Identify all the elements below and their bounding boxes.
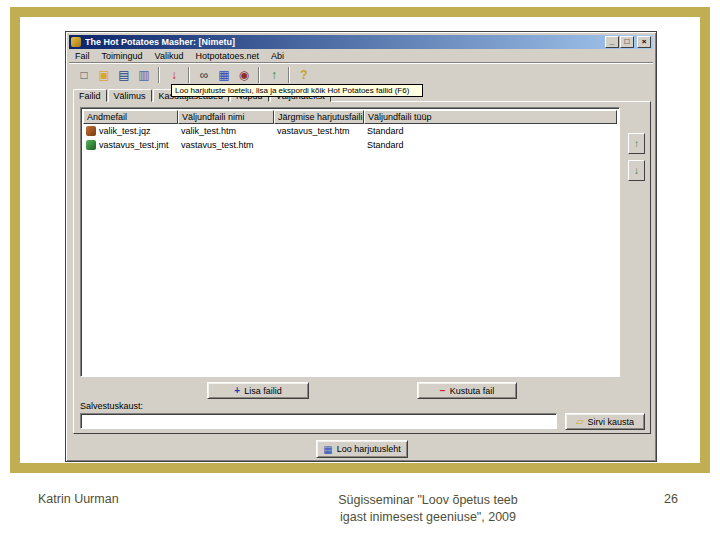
new-file-icon: □: [80, 69, 87, 81]
browse-folder-label: Sirvi kausta: [588, 417, 635, 427]
menu-item-hotpotatoes-net[interactable]: Hotpotatoes.net: [189, 51, 265, 61]
question-mark-icon: ?: [300, 69, 307, 81]
save-icon: ▤: [118, 69, 129, 81]
footer-event: Sügisseminar "Loov õpetus teeb igast ini…: [228, 492, 628, 526]
preview-button[interactable]: ∞: [194, 66, 214, 84]
toolbar-separator: [258, 67, 260, 83]
link-icon: ◉: [239, 69, 249, 81]
cell-data-file: valik_test.jqz: [83, 126, 178, 136]
minimize-button[interactable]: _: [605, 36, 619, 48]
delete-file-button[interactable]: − Kustuta fail: [417, 382, 517, 399]
output-folder-label: Salvestuskaust:: [80, 401, 143, 411]
column-header-valjundfaili-tuup: Väljundfaili tüüp: [364, 110, 617, 124]
add-files-label: Lisa failid: [244, 386, 282, 396]
folder-icon: ▱: [576, 416, 584, 427]
masher-button[interactable]: ▦: [214, 66, 234, 84]
save-as-button[interactable]: ▥: [134, 66, 154, 84]
menu-item-abi[interactable]: Abi: [265, 51, 290, 61]
move-down-button[interactable]: ↓: [628, 160, 645, 181]
add-files-button[interactable]: + Lisa failid: [207, 382, 309, 399]
grid-icon: ▦: [218, 69, 229, 81]
cell-output-type: Standard: [364, 140, 617, 150]
toolbar: □ ▣ ▤ ▥ ↓ ∞ ▦ ◉ ↑ ?: [69, 62, 653, 86]
tab-failid[interactable]: Failid: [73, 89, 107, 102]
maximize-button[interactable]: □: [620, 36, 634, 48]
plus-icon: +: [234, 385, 240, 396]
close-button[interactable]: ×: [637, 36, 651, 48]
cell-output-type: Standard: [364, 126, 617, 136]
jquiz-file-icon: [86, 126, 96, 136]
cell-output-file: valik_test.htm: [178, 126, 274, 136]
down-arrow-icon: ↓: [171, 69, 177, 81]
slide-footer: Katrin Uurman Sügisseminar "Loov õpetus …: [0, 492, 720, 526]
cell-next-file: vastavus_test.htm: [274, 126, 364, 136]
footer-event-line1: Sügisseminar "Loov õpetus teeb: [228, 492, 628, 509]
glasses-icon: ∞: [200, 69, 209, 81]
column-header-andmefail: Andmefail: [83, 110, 178, 124]
delete-file-label: Kustuta fail: [450, 386, 495, 396]
file-list-header: Andmefail Väljundfaili nimi Järgmise har…: [83, 110, 617, 124]
menu-item-valikud[interactable]: Valikud: [149, 51, 190, 61]
menu-bar: Fail Toimingud Valikud Hotpotatoes.net A…: [69, 49, 653, 62]
build-unit-label: Loo harjutusleht: [337, 444, 401, 454]
minus-icon: −: [440, 385, 446, 396]
build-grid-icon: ▦: [323, 444, 332, 455]
link-button[interactable]: ◉: [234, 66, 254, 84]
save-button[interactable]: ▤: [114, 66, 134, 84]
menu-item-toimingud[interactable]: Toimingud: [96, 51, 149, 61]
output-folder-input[interactable]: [80, 413, 557, 429]
window-title: The Hot Potatoes Masher: [Nimetu]: [85, 37, 604, 47]
toolbar-separator: [158, 67, 160, 83]
hot-potatoes-app-icon: [71, 37, 81, 47]
toolbar-separator: [288, 67, 290, 83]
open-button[interactable]: ▣: [94, 66, 114, 84]
jmatch-file-icon: [86, 140, 96, 150]
footer-event-line2: igast inimesest geeniuse", 2009: [228, 509, 628, 526]
column-header-valjundfaili-nimi: Väljundfaili nimi: [178, 110, 274, 124]
open-folder-icon: ▣: [98, 69, 109, 81]
build-unit-button[interactable]: ▦ Loo harjutusleht: [316, 440, 408, 458]
move-up-button[interactable]: ↑: [628, 133, 645, 154]
upload-arrow-icon: ↑: [271, 69, 277, 81]
upload-button[interactable]: ↑: [264, 66, 284, 84]
save-as-icon: ▥: [138, 69, 149, 81]
cell-output-file: vastavus_test.htm: [178, 140, 274, 150]
toolbar-separator: [188, 67, 190, 83]
browse-folder-button[interactable]: ▱ Sirvi kausta: [565, 413, 645, 430]
file-list: Andmefail Väljundfaili nimi Järgmise har…: [80, 107, 620, 377]
table-row[interactable]: vastavus_test.jmt vastavus_test.htm Stan…: [83, 138, 617, 152]
column-header-jargmine-harjutusfail: Järgmise harjutusfaili...: [274, 110, 364, 124]
footer-author: Katrin Uurman: [38, 492, 228, 526]
app-window: The Hot Potatoes Masher: [Nimetu] _ □ × …: [65, 31, 657, 462]
new-file-button[interactable]: □: [74, 66, 94, 84]
files-tab-panel: Andmefail Väljundfaili nimi Järgmise har…: [73, 101, 651, 434]
menu-item-fail[interactable]: Fail: [69, 51, 96, 61]
cell-data-file: vastavus_test.jmt: [83, 140, 178, 150]
tooltip: Loo harjutuste loetelu, lisa ja ekspordi…: [171, 84, 423, 97]
footer-page-number: 26: [628, 492, 678, 526]
table-row[interactable]: valik_test.jqz valik_test.htm vastavus_t…: [83, 124, 617, 138]
title-bar[interactable]: The Hot Potatoes Masher: [Nimetu] _ □ ×: [69, 35, 653, 49]
tab-valimus[interactable]: Välimus: [108, 89, 152, 102]
help-button[interactable]: ?: [294, 66, 314, 84]
export-button[interactable]: ↓: [164, 66, 184, 84]
